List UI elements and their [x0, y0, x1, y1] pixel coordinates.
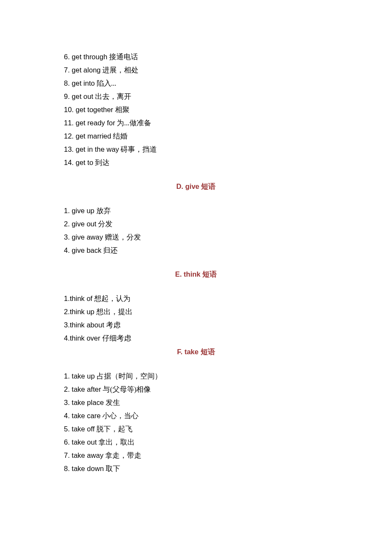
list-item: 3. take place 发生: [64, 396, 392, 409]
phrase-text: 12. get married: [64, 132, 111, 140]
meaning-text: 赠送，分发: [103, 233, 141, 241]
phrase-text: 9. get out: [64, 92, 93, 100]
list-item: 11. get ready for 为...做准备: [64, 116, 392, 130]
meaning-text: 碍事，挡道: [119, 145, 157, 153]
meaning-text: 分发: [96, 220, 112, 228]
phrase-text: 1. give up: [64, 207, 95, 214]
meaning-text: 拿走，带走: [104, 451, 141, 460]
list-item: 10. get together 相聚: [64, 103, 392, 116]
meaning-text: 拿出，取出: [97, 438, 135, 446]
meaning-text: 为...做准备: [115, 119, 151, 127]
section-c-block: 6. get through 接通电话 7. get along 进展，相处 8…: [64, 50, 392, 169]
list-item: 4. give back 归还: [64, 244, 392, 257]
meaning-text: 进展，相处: [101, 66, 138, 74]
meaning-text: 小心，当心: [101, 412, 138, 420]
list-item: 3. give away 赠送，分发: [64, 231, 392, 244]
phrase-text: 8. get into: [64, 79, 95, 87]
meaning-text: 占据（时间，空间）: [95, 372, 161, 380]
meaning-text: 出去，离开: [93, 92, 131, 101]
meaning-text: 相聚: [113, 106, 130, 114]
meaning-text: 到达: [93, 159, 110, 167]
meaning-text: 与(父母等)相像: [101, 385, 151, 393]
list-item: 1. give up 放弃: [64, 204, 392, 217]
phrase-text: 6. get through: [64, 53, 107, 61]
phrase-text: 3. give away: [64, 233, 103, 241]
list-item: 4. take care 小心，当心: [64, 409, 392, 422]
phrase-text: 11. get ready for: [64, 119, 115, 127]
phrase-text: 14. get to: [64, 159, 93, 166]
section-e-block: 1.think of 想起，认为 2.think up 想出，提出 3.thin…: [64, 292, 392, 345]
list-item: 8. take down 取下: [64, 462, 392, 475]
phrase-text: 3.think about: [64, 321, 106, 329]
phrase-text: 2.think up: [64, 308, 96, 315]
phrase-text: 4. give back: [64, 246, 101, 254]
list-item: 3.think about 考虑: [64, 318, 392, 332]
phrase-text: 6. take out: [64, 438, 97, 446]
phrase-text: 1.think of: [64, 295, 92, 302]
meaning-text: 脱下，起飞: [95, 425, 133, 433]
meaning-text: 陷入...: [95, 79, 116, 87]
phrase-text: 4.think over: [64, 334, 102, 342]
list-item: 2.think up 想出，提出: [64, 305, 392, 318]
section-d-block: 1. give up 放弃 2. give out 分发 3. give awa…: [64, 204, 392, 257]
list-item: 2. take after 与(父母等)相像: [64, 383, 392, 396]
meaning-text: 发生: [104, 399, 120, 407]
meaning-text: 考虑: [106, 321, 121, 329]
phrase-text: 13. get in the way: [64, 145, 119, 153]
phrase-text: 4. take care: [64, 412, 101, 419]
meaning-text: 仔细考虑: [102, 334, 131, 342]
phrase-text: 10. get together: [64, 106, 113, 113]
list-item: 14. get to 到达: [64, 156, 392, 169]
list-item: 7. get along 进展，相处: [64, 64, 392, 77]
list-item: 4.think over 仔细考虑: [64, 332, 392, 345]
list-item: 1. take up 占据（时间，空间）: [64, 370, 392, 383]
list-item: 6. take out 拿出，取出: [64, 436, 392, 449]
phrase-text: 7. get along: [64, 66, 101, 74]
phrase-text: 2. give out: [64, 220, 96, 228]
document-page: 6. get through 接通电话 7. get along 进展，相处 8…: [0, 0, 392, 555]
list-item: 13. get in the way 碍事，挡道: [64, 143, 392, 156]
phrase-text: 5. take off: [64, 425, 95, 433]
list-item: 8. get into 陷入...: [64, 77, 392, 90]
list-item: 5. take off 脱下，起飞: [64, 422, 392, 436]
section-f-heading: F. take 短语: [64, 347, 328, 357]
phrase-text: 8. take down: [64, 465, 104, 472]
meaning-text: 接通电话: [107, 53, 138, 61]
meaning-text: 取下: [104, 465, 120, 473]
meaning-text: 归还: [101, 246, 118, 254]
phrase-text: 1. take up: [64, 372, 95, 380]
phrase-text: 7. take away: [64, 451, 104, 459]
section-e-heading: E. think 短语: [64, 270, 328, 279]
section-d-heading: D. give 短语: [64, 182, 328, 191]
phrase-text: 3. take place: [64, 399, 104, 406]
meaning-text: 想起，认为: [92, 295, 130, 303]
list-item: 7. take away 拿走，带走: [64, 449, 392, 462]
meaning-text: 想出，提出: [96, 308, 133, 316]
list-item: 9. get out 出去，离开: [64, 90, 392, 103]
meaning-text: 放弃: [95, 207, 111, 215]
list-item: 6. get through 接通电话: [64, 50, 392, 64]
list-item: 1.think of 想起，认为: [64, 292, 392, 305]
phrase-text: 2. take after: [64, 385, 101, 393]
meaning-text: 结婚: [111, 132, 127, 140]
section-f-block: 1. take up 占据（时间，空间） 2. take after 与(父母等…: [64, 370, 392, 475]
list-item: 12. get married 结婚: [64, 130, 392, 143]
list-item: 2. give out 分发: [64, 217, 392, 231]
